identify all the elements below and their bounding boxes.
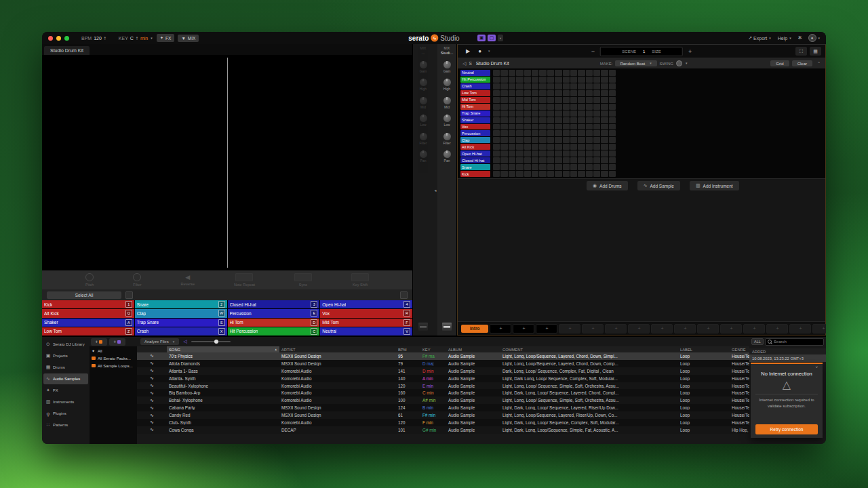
step-cell[interactable] [547, 171, 554, 177]
step-cell[interactable] [493, 97, 500, 103]
step-cell[interactable] [516, 70, 523, 76]
step-cell[interactable] [493, 77, 500, 83]
table-row[interactable]: ∿Bohai- XylophoneKomorebi Audio100A# min… [137, 396, 749, 404]
step-cell[interactable] [586, 117, 593, 123]
make-random-beat-button[interactable]: Random Beat ▼ [615, 60, 656, 66]
step-cell[interactable] [539, 70, 546, 76]
step-cell[interactable] [601, 130, 608, 136]
step-cell[interactable] [524, 157, 531, 163]
mixer-knob-low[interactable]: Low [420, 115, 427, 127]
step-cell[interactable] [500, 130, 507, 136]
step-cell[interactable] [555, 144, 561, 150]
drum-pad[interactable]: VoxR [320, 309, 412, 317]
step-cell[interactable] [500, 117, 507, 123]
step-cell[interactable] [570, 83, 577, 89]
step-cell[interactable] [570, 137, 577, 143]
step-cell[interactable] [563, 130, 570, 136]
seq-track-label[interactable]: Kick [460, 171, 490, 177]
step-cell[interactable] [493, 110, 500, 117]
table-row[interactable]: ∿70's PhysicsMSXII Sound Design95F# maAu… [137, 352, 749, 360]
step-cell[interactable] [532, 171, 538, 177]
seq-track-label[interactable]: Hit Percussion [460, 77, 490, 83]
step-cell[interactable] [524, 110, 531, 117]
step-cell[interactable] [593, 137, 600, 143]
step-cell[interactable] [601, 117, 608, 123]
step-cell[interactable] [539, 144, 546, 150]
crate-item[interactable]: All Sample Loops... [90, 362, 137, 369]
mixer-knob-mid[interactable]: Mid [443, 97, 451, 109]
table-row[interactable]: ∿Atlanta 1- BassKomorebi Audio141D minAu… [137, 367, 749, 375]
step-cell[interactable] [601, 104, 608, 110]
mute-icon[interactable]: ◁ [462, 61, 466, 66]
step-cell[interactable] [563, 104, 570, 110]
step-cell[interactable] [570, 110, 577, 117]
step-cell[interactable] [609, 124, 616, 130]
step-cell[interactable] [524, 150, 531, 157]
step-cell[interactable] [570, 164, 577, 170]
step-cell[interactable] [509, 130, 515, 136]
step-cell[interactable] [578, 171, 585, 177]
step-cell[interactable] [524, 90, 531, 96]
step-cell[interactable] [601, 83, 608, 89]
step-cell[interactable] [539, 157, 546, 163]
step-cell[interactable] [500, 90, 507, 96]
practice-mode-icon[interactable]: ▣ [477, 35, 486, 41]
step-cell[interactable] [563, 157, 570, 163]
step-cell[interactable] [555, 157, 561, 163]
step-cell[interactable] [609, 144, 616, 150]
step-cell[interactable] [509, 144, 515, 150]
step-cell[interactable] [539, 97, 546, 103]
step-cell[interactable] [609, 117, 616, 123]
channel-fader-dim[interactable] [418, 323, 428, 331]
step-cell[interactable] [547, 110, 554, 117]
preview-volume-slider[interactable] [191, 341, 231, 342]
step-cell[interactable] [601, 144, 608, 150]
sidebar-item-fx[interactable]: ✦FX [43, 385, 88, 396]
step-cell[interactable] [601, 90, 608, 96]
preview-speaker-icon[interactable]: ◁ [183, 339, 186, 344]
step-cell[interactable] [509, 83, 515, 89]
step-cell[interactable] [516, 90, 523, 96]
deck-control-note-repeat[interactable]: Note Repeat [234, 273, 255, 287]
step-cell[interactable] [586, 144, 593, 150]
step-cell[interactable] [493, 157, 500, 163]
step-cell[interactable] [547, 137, 554, 143]
step-cell[interactable] [524, 104, 531, 110]
step-cell[interactable] [593, 104, 600, 110]
step-cell[interactable] [586, 157, 593, 163]
step-cell[interactable] [532, 150, 538, 157]
step-cell[interactable] [539, 117, 546, 123]
table-row[interactable]: ∿Allota DiamondsMSXII Sound Design79D ma… [137, 360, 749, 367]
step-cell[interactable] [601, 157, 608, 163]
step-cell[interactable] [586, 110, 593, 117]
step-cell[interactable] [547, 157, 554, 163]
step-cell[interactable] [609, 130, 616, 136]
step-cell[interactable] [500, 104, 507, 110]
step-cell[interactable] [539, 150, 546, 157]
step-cell[interactable] [570, 124, 577, 130]
step-cell[interactable] [539, 90, 546, 96]
step-cell[interactable] [593, 157, 600, 163]
step-cell[interactable] [493, 144, 500, 150]
column-header-bpm[interactable]: BPM [396, 348, 420, 352]
sidebar-item-projects[interactable]: ▣Projects [43, 350, 88, 361]
add-instrument-button[interactable]: ▥Add Instrument [690, 181, 739, 190]
step-cell[interactable] [547, 124, 554, 130]
step-cell[interactable] [516, 157, 523, 163]
step-cell[interactable] [586, 150, 593, 157]
add-drums-button[interactable]: ◉Add Drums [587, 181, 628, 190]
fullscreen-icon[interactable]: ⛶ [795, 47, 807, 56]
step-cell[interactable] [609, 77, 616, 83]
step-cell[interactable] [516, 144, 523, 150]
step-cell[interactable] [516, 104, 523, 110]
seq-track-label[interactable]: Shaker [460, 117, 490, 123]
step-cell[interactable] [563, 97, 570, 103]
step-cell[interactable] [578, 130, 585, 136]
minimize-window-button[interactable] [56, 36, 61, 41]
step-cell[interactable] [493, 137, 500, 143]
step-cell[interactable] [563, 77, 570, 83]
step-cell[interactable] [570, 77, 577, 83]
column-header-comment[interactable]: COMMENT [500, 348, 678, 352]
step-cell[interactable] [524, 70, 531, 76]
step-cell[interactable] [570, 171, 577, 177]
